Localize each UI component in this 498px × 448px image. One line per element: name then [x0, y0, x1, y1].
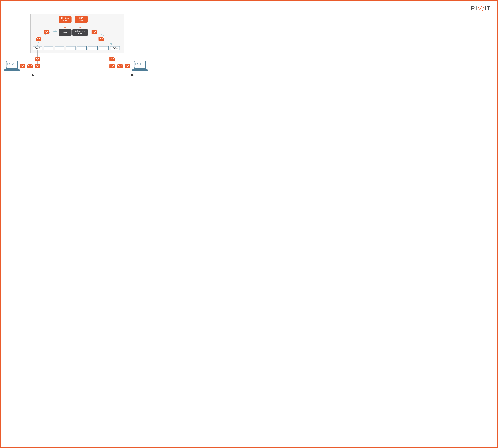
pc-b-label: PC B: [135, 62, 142, 65]
envelope-icon: [109, 57, 115, 61]
logo-letter: V: [478, 5, 482, 12]
logo-letter: I: [475, 5, 478, 12]
flow-arrow-right: [109, 74, 135, 77]
laptop-icon: [132, 60, 149, 72]
envelope-icon: [99, 37, 104, 41]
envelope-icon: [35, 64, 40, 68]
logo-letter: P: [471, 5, 475, 12]
envelope-icon: [44, 30, 49, 34]
laptop-icon: [3, 60, 20, 72]
brand-logo: P I V ! I T: [471, 5, 491, 12]
pc-a-label: PC A: [7, 62, 14, 65]
envelope-icon: [36, 37, 42, 41]
envelope-icon: [35, 57, 40, 61]
envelope-icon: [125, 64, 130, 68]
envelope-icon: [117, 64, 123, 68]
logo-letter: T: [487, 5, 491, 12]
diagram-frame: P I V ! I T Routing table ARP table FIB …: [0, 0, 498, 448]
envelope-icon: [27, 64, 33, 68]
envelope-icon: [109, 64, 115, 68]
envelope-icon: [91, 30, 97, 34]
flow-arrow-left: [9, 74, 36, 77]
